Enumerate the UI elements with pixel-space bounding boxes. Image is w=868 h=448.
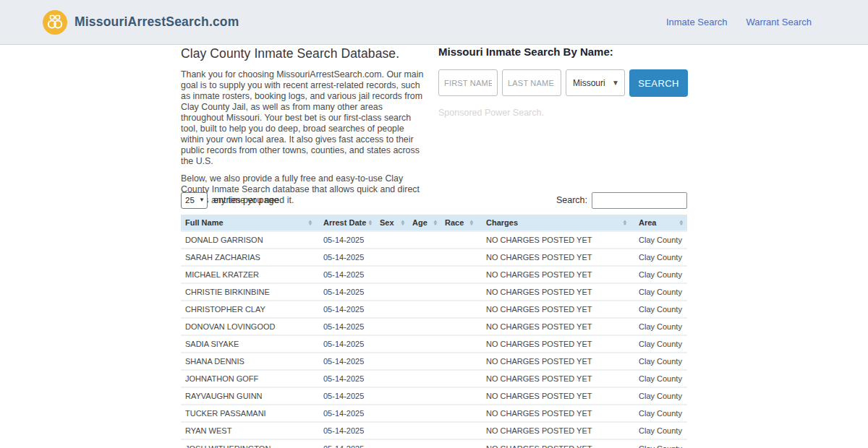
cell-age xyxy=(409,301,441,318)
col-header-arrest-date[interactable]: Arrest Date ▲▼ xyxy=(316,215,376,231)
cell-age xyxy=(409,266,441,283)
top-nav: Inmate Search Warrant Search xyxy=(666,17,812,27)
cell-charges: NO CHARGES POSTED YET xyxy=(477,266,631,283)
cell-date: 05-14-2025 xyxy=(316,231,376,249)
power-search-heading: Missouri Inmate Search By Name: xyxy=(438,46,689,58)
cell-charges: NO CHARGES POSTED YET xyxy=(477,405,631,422)
cell-age xyxy=(409,439,441,448)
site-header: MissouriArrestSearch.com Inmate Search W… xyxy=(0,0,868,45)
cell-date: 05-14-2025 xyxy=(316,439,376,448)
cell-date: 05-14-2025 xyxy=(316,387,376,405)
table-row: JOSH WITHERINGTON05-14-2025NO CHARGES PO… xyxy=(181,439,687,448)
cell-charges: NO CHARGES POSTED YET xyxy=(477,249,631,266)
cell-sex xyxy=(376,370,409,387)
cell-charges: NO CHARGES POSTED YET xyxy=(477,335,631,353)
cell-date: 05-14-2025 xyxy=(316,318,376,335)
cell-name: DONOVAN LOVINGOOD xyxy=(181,318,316,335)
cell-charges: NO CHARGES POSTED YET xyxy=(477,318,631,335)
cell-name: MICHAEL KRATZER xyxy=(181,266,316,283)
sort-icon[interactable]: ▲▼ xyxy=(679,220,684,226)
cell-age xyxy=(409,231,441,249)
sort-icon[interactable]: ▲▼ xyxy=(368,220,373,226)
cell-area: Clay County xyxy=(631,301,687,318)
cell-charges: NO CHARGES POSTED YET xyxy=(477,387,631,405)
cell-date: 05-14-2025 xyxy=(316,405,376,422)
table-row: SADIA SIYAKE05-14-2025NO CHARGES POSTED … xyxy=(181,335,687,353)
cell-name: TUCKER PASSAMANI xyxy=(181,405,316,422)
cell-race xyxy=(441,283,477,301)
sort-icon[interactable]: ▲▼ xyxy=(308,220,312,226)
cell-area: Clay County xyxy=(631,249,687,266)
brand-name[interactable]: MissouriArrestSearch.com xyxy=(75,14,239,30)
table-search-input[interactable] xyxy=(592,192,687,209)
cell-race xyxy=(441,439,477,448)
cell-charges: NO CHARGES POSTED YET xyxy=(477,370,631,387)
nav-warrant-search[interactable]: Warrant Search xyxy=(746,17,812,27)
cell-name: CHRISTIE BIRKINBINE xyxy=(181,283,316,301)
state-select[interactable]: Missouri xyxy=(566,69,625,96)
cell-date: 05-14-2025 xyxy=(316,335,376,353)
col-header-area[interactable]: Area ▲▼ xyxy=(631,215,687,231)
sort-icon[interactable]: ▲▼ xyxy=(623,220,627,226)
col-header-sex[interactable]: Sex ▲▼ xyxy=(376,215,409,231)
cell-race xyxy=(441,335,477,353)
power-search-form: Missouri ▼ SEARCH xyxy=(438,69,689,97)
col-label: Age xyxy=(412,218,433,227)
cell-name: SARAH ZACHARIAS xyxy=(181,249,316,266)
page-title: Clay County Inmate Search Database. xyxy=(181,46,427,61)
cell-race xyxy=(441,266,477,283)
sort-icon[interactable]: ▲▼ xyxy=(401,220,405,226)
cell-sex xyxy=(376,283,409,301)
cell-race xyxy=(441,318,477,335)
first-name-field[interactable] xyxy=(438,69,498,96)
cell-age xyxy=(409,405,441,422)
cell-race xyxy=(441,353,477,370)
cell-age xyxy=(409,318,441,335)
cell-date: 05-14-2025 xyxy=(316,353,376,370)
cell-race xyxy=(441,422,477,439)
col-header-charges[interactable]: Charges ▲▼ xyxy=(477,215,631,231)
cell-area: Clay County xyxy=(631,439,687,448)
cell-name: SADIA SIYAKE xyxy=(181,335,316,353)
col-label: Race xyxy=(445,218,469,227)
table-row: RAYVAUGHN GUINN05-14-2025NO CHARGES POST… xyxy=(181,387,687,405)
cell-age xyxy=(409,249,441,266)
cell-race xyxy=(441,387,477,405)
sponsored-note: Sponsored Power Search. xyxy=(438,108,689,118)
cell-date: 05-14-2025 xyxy=(316,266,376,283)
cell-name: DONALD GARRISON xyxy=(181,231,316,249)
cell-sex xyxy=(376,301,409,318)
table-row: TUCKER PASSAMANI05-14-2025NO CHARGES POS… xyxy=(181,405,687,422)
col-header-race[interactable]: Race ▲▼ xyxy=(441,215,477,231)
sort-desc-icon: ▼ xyxy=(307,223,313,226)
cell-race xyxy=(441,301,477,318)
col-header-age[interactable]: Age ▲▼ xyxy=(409,215,441,231)
col-label: Area xyxy=(639,218,679,227)
table-row: DONALD GARRISON05-14-2025NO CHARGES POST… xyxy=(181,231,687,249)
cell-name: JOSH WITHERINGTON xyxy=(181,439,316,448)
search-button[interactable]: SEARCH xyxy=(629,69,688,97)
cell-name: CHRISTOPHER CLAY xyxy=(181,301,316,318)
cell-name: SHANA DENNIS xyxy=(181,353,316,370)
cell-date: 05-14-2025 xyxy=(316,283,376,301)
brand-logo[interactable]: MissouriArrestSearch.com xyxy=(43,10,239,35)
table-header: Full Name ▲▼ Arrest Date ▲▼ Sex ▲▼ Age ▲… xyxy=(181,215,687,231)
cell-area: Clay County xyxy=(631,405,687,422)
entries-per-page-select[interactable]: 25 xyxy=(181,192,208,209)
table-body: DONALD GARRISON05-14-2025NO CHARGES POST… xyxy=(181,231,687,448)
last-name-field[interactable] xyxy=(502,69,561,96)
cell-charges: NO CHARGES POSTED YET xyxy=(477,231,631,249)
sort-icon[interactable]: ▲▼ xyxy=(433,220,438,226)
col-header-full-name[interactable]: Full Name ▲▼ xyxy=(181,215,316,231)
table-row: RYAN WEST05-14-2025NO CHARGES POSTED YET… xyxy=(181,422,687,439)
cell-sex xyxy=(376,405,409,422)
nav-inmate-search[interactable]: Inmate Search xyxy=(666,17,728,27)
cell-sex xyxy=(376,249,409,266)
inmate-table: Full Name ▲▼ Arrest Date ▲▼ Sex ▲▼ Age ▲… xyxy=(181,215,687,448)
sort-icon[interactable]: ▲▼ xyxy=(469,220,474,226)
cell-charges: NO CHARGES POSTED YET xyxy=(477,422,631,439)
cell-name: RYAN WEST xyxy=(181,422,316,439)
cell-sex xyxy=(376,439,409,448)
cell-area: Clay County xyxy=(631,353,687,370)
page: MissouriArrestSearch.com Inmate Search W… xyxy=(0,0,868,448)
